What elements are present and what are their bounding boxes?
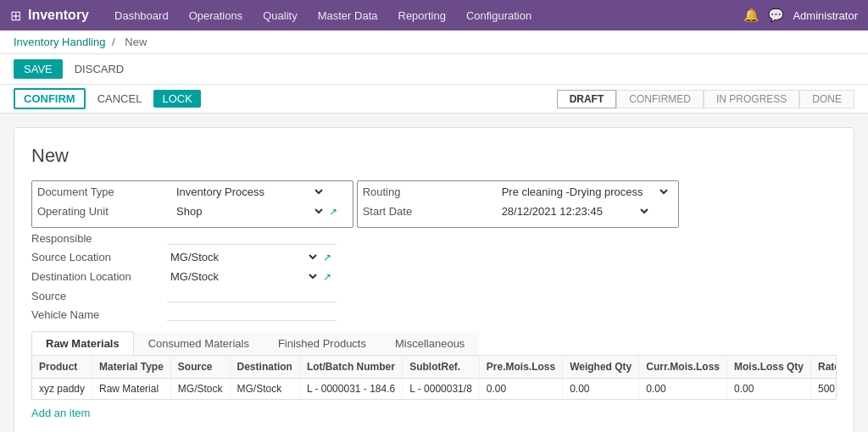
table-cell: xyz paddy <box>32 379 92 400</box>
value-vehicle-name <box>167 307 837 321</box>
table-cell: MG/Stock <box>230 379 299 400</box>
select-routing[interactable]: Pre cleaning -Drying process <box>498 185 670 199</box>
label-document-type: Document Type <box>37 186 173 198</box>
value-operating-unit: Shop ↗ <box>173 204 348 219</box>
table-cell: 0.00 <box>639 379 727 400</box>
chat-icon[interactable]: 💬 <box>768 8 784 23</box>
value-source-location: MG/Stock ↗ <box>167 250 837 264</box>
field-source: Source <box>31 289 837 302</box>
page-wrapper: New Document Type Inventory Process Oper… <box>0 127 868 432</box>
input-source[interactable] <box>167 289 337 302</box>
select-document-type[interactable]: Inventory Process <box>173 185 326 199</box>
nav-reporting[interactable]: Reporting <box>390 6 454 25</box>
label-vehicle-name: Vehicle Name <box>31 308 167 321</box>
value-source <box>167 289 837 302</box>
col-material-type: Material Type <box>92 356 171 379</box>
add-item-link[interactable]: Add an item <box>31 400 90 426</box>
status-in-progress[interactable]: IN PROGRESS <box>704 90 799 108</box>
tab-miscellaneous[interactable]: Miscellaneous <box>381 331 479 355</box>
table-cell: 0.00 <box>563 379 639 400</box>
table-cell: 0.00 <box>479 379 562 400</box>
table-cell: 500.00 <box>811 379 837 400</box>
select-operating-unit[interactable]: Shop <box>173 204 326 219</box>
status-done[interactable]: DONE <box>799 90 854 108</box>
field-routing: Routing Pre cleaning -Drying process <box>363 185 673 199</box>
top-navigation: ⊞ Inventory Dashboard Operations Quality… <box>0 0 868 30</box>
label-responsible: Responsible <box>31 232 167 245</box>
breadcrumb: Inventory Handling / New <box>0 30 868 54</box>
select-start-date[interactable]: 28/12/2021 12:23:45 <box>498 204 651 219</box>
raw-materials-table-container: Product Material Type Source Destination… <box>31 356 837 400</box>
breadcrumb-sep: / <box>112 36 118 48</box>
tabs: Raw Materials Consumed Materials Finishe… <box>31 331 837 356</box>
form-fields: Document Type Inventory Process Operatin… <box>31 180 837 321</box>
value-routing: Pre cleaning -Drying process <box>498 185 673 199</box>
routing-group: Routing Pre cleaning -Drying process Sta… <box>357 180 679 228</box>
confirm-button[interactable]: CONFIRM <box>14 88 86 109</box>
tab-raw-materials[interactable]: Raw Materials <box>31 331 134 355</box>
status-bar: CONFIRM CANCEL LOCK DRAFT CONFIRMED IN P… <box>0 85 868 114</box>
destination-location-link-icon[interactable]: ↗ <box>323 271 331 283</box>
toolbar: SAVE DISCARD <box>0 54 868 85</box>
label-operating-unit: Operating Unit <box>37 205 173 218</box>
form-card: New Document Type Inventory Process Oper… <box>14 127 854 432</box>
status-confirmed[interactable]: CONFIRMED <box>616 90 704 108</box>
field-destination-location: Destination Location MG/Stock ↗ <box>31 269 837 284</box>
save-button[interactable]: SAVE <box>14 59 63 79</box>
col-rate: Rate <box>811 356 837 379</box>
nav-configuration[interactable]: Configuration <box>458 6 540 25</box>
notification-icon[interactable]: 🔔 <box>743 8 760 23</box>
table-header-row: Product Material Type Source Destination… <box>32 356 837 379</box>
tab-finished-products[interactable]: Finished Products <box>264 331 381 355</box>
operating-unit-link-icon[interactable]: ↗ <box>329 206 337 218</box>
breadcrumb-parent[interactable]: Inventory Handling <box>14 36 105 48</box>
label-source: Source <box>31 290 167 302</box>
raw-materials-table: Product Material Type Source Destination… <box>32 356 837 399</box>
breadcrumb-current: New <box>125 36 147 48</box>
grid-icon: ⊞ <box>10 8 21 24</box>
nav-operations[interactable]: Operations <box>181 6 252 25</box>
lock-button[interactable]: LOCK <box>153 90 200 108</box>
label-routing: Routing <box>363 186 498 198</box>
col-mois-loss: Mois.Loss Qty <box>726 356 810 379</box>
table-cell: 0.00 <box>726 379 810 400</box>
col-curr-mois: Curr.Mois.Loss <box>639 356 727 379</box>
table-cell: MG/Stock <box>170 379 230 400</box>
field-responsible: Responsible <box>31 231 837 245</box>
col-product: Product <box>32 356 92 379</box>
discard-button[interactable]: DISCARD <box>68 59 131 79</box>
col-pre-mois: Pre.Mois.Loss <box>479 356 562 379</box>
field-source-location: Source Location MG/Stock ↗ <box>31 250 837 264</box>
nav-quality[interactable]: Quality <box>254 6 305 25</box>
field-operating-unit: Operating Unit Shop ↗ <box>37 204 348 219</box>
status-steps: DRAFT CONFIRMED IN PROGRESS DONE <box>557 90 854 108</box>
col-weighed-qty: Weighed Qty <box>563 356 639 379</box>
nav-dashboard[interactable]: Dashboard <box>106 6 177 25</box>
field-vehicle-name: Vehicle Name <box>31 307 837 321</box>
source-location-link-icon[interactable]: ↗ <box>323 252 331 263</box>
value-start-date: 28/12/2021 12:23:45 <box>498 204 673 219</box>
nav-right: 🔔 💬 Administrator <box>743 8 858 23</box>
field-start-date: Start Date 28/12/2021 12:23:45 <box>363 204 673 219</box>
label-source-location: Source Location <box>31 251 167 263</box>
tab-consumed-materials[interactable]: Consumed Materials <box>134 331 264 355</box>
input-responsible[interactable] <box>167 231 337 245</box>
table-row[interactable]: xyz paddyRaw MaterialMG/StockMG/StockL -… <box>32 379 837 400</box>
nav-links: Dashboard Operations Quality Master Data… <box>106 6 743 25</box>
input-vehicle-name[interactable] <box>167 307 337 321</box>
nav-master-data[interactable]: Master Data <box>309 6 387 25</box>
value-destination-location: MG/Stock ↗ <box>167 269 837 284</box>
status-draft[interactable]: DRAFT <box>557 90 617 108</box>
field-document-type: Document Type Inventory Process <box>37 185 348 199</box>
table-cell: Raw Material <box>92 379 171 400</box>
col-sublot: SublotRef. <box>403 356 480 379</box>
doc-type-group: Document Type Inventory Process Operatin… <box>31 180 353 228</box>
select-destination-location[interactable]: MG/Stock <box>167 269 320 284</box>
col-lot-batch: Lot/Batch Number <box>299 356 402 379</box>
value-document-type: Inventory Process <box>173 185 348 199</box>
select-source-location[interactable]: MG/Stock <box>167 250 320 264</box>
form-title: New <box>31 145 837 167</box>
cancel-button[interactable]: CANCEL <box>91 90 149 108</box>
table-cell: L - 0000031/8 <box>403 379 480 400</box>
user-menu[interactable]: Administrator <box>793 9 858 22</box>
